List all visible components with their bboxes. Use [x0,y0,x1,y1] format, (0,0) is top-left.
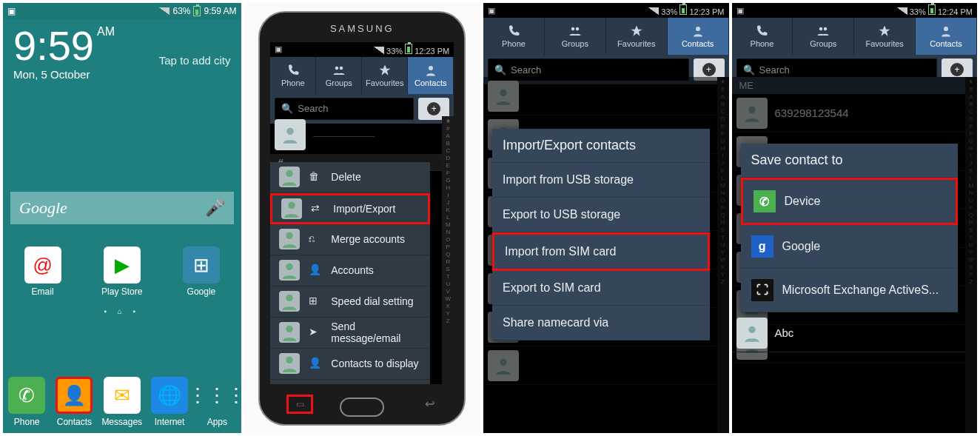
index-letter[interactable]: M [442,221,454,229]
menu-merge[interactable]: ⎌Merge accounts [270,224,430,255]
index-letter[interactable]: G [442,177,454,184]
index-letter[interactable]: S [442,266,454,273]
contacts-app[interactable]: 👤Contacts [53,377,95,427]
index-letter[interactable]: J [442,199,454,207]
save-device[interactable]: ✆Device [741,178,958,225]
index-letter[interactable]: T [442,273,454,281]
internet-app[interactable]: 🌐Internet [148,377,191,427]
index-letter[interactable]: H [442,184,454,192]
index-letter[interactable]: Y [442,310,454,318]
groups-tab[interactable]: Groups [545,18,606,55]
svg-point-6 [286,232,293,239]
groups-tab[interactable]: Groups [793,18,854,55]
search-placeholder: Search [759,64,790,76]
dialog-item-label: Export to SIM card [503,281,601,295]
favourites-tab[interactable]: Favourites [854,18,916,55]
account-type-icon: ✆ [754,190,776,212]
contacts-tab[interactable]: Contacts [408,57,454,94]
playstore-app-icon: ▶ [104,246,141,284]
share-namecard[interactable]: Share namecard via [492,306,709,341]
index-letter[interactable]: K [442,207,454,214]
tab-label: Groups [326,78,352,87]
index-letter[interactable]: R [442,258,454,266]
menu-accounts[interactable]: 👤Accounts [270,255,430,286]
menu-softkey[interactable]: ▭ [286,395,313,414]
favourites-tab[interactable]: Favourites [606,18,668,55]
svg-point-14 [696,27,700,31]
menu-send[interactable]: ➤Send message/email [270,318,430,349]
index-letter[interactable]: W [442,295,454,303]
index-letter[interactable]: ★ [442,118,454,125]
menu-contacts-display[interactable]: 👤Contacts to display [270,349,430,380]
index-letter[interactable]: P [442,244,454,251]
clock-date: Mon, 5 October [3,67,241,81]
contacts-tab[interactable]: Contacts [668,18,729,55]
contact-name: Abc [775,326,794,339]
index-letter[interactable]: N [442,229,454,236]
battery-pct: 63% [172,6,190,16]
save-google[interactable]: gGoogle [741,225,958,269]
back-softkey[interactable]: ↩ [425,397,434,411]
messages-app[interactable]: ✉Messages [101,377,144,427]
import-export-dialog-panel: ▣ 33% 12:23 PM PhoneGroupsFavouritesCont… [483,3,728,433]
app-label: Internet [148,417,191,427]
index-letter[interactable]: Q [442,251,454,258]
groups-tab[interactable]: Groups [316,57,362,94]
google-search-widget[interactable]: Google 🎤 [10,192,234,224]
menu-import-export[interactable]: ⇄Import/Export [270,193,430,224]
import-sim[interactable]: Import from SIM card [492,232,709,271]
contact-row[interactable]: Abc [732,314,965,352]
contact-row[interactable]: –––––––––– [270,116,442,155]
index-letter[interactable]: # [442,125,454,133]
phone-brand: SAMSUNG [260,23,464,34]
index-letter[interactable]: E [442,162,454,170]
index-letter[interactable]: Z [442,318,454,325]
index-letter[interactable]: B [442,140,454,147]
import-usb[interactable]: Import from USB storage [492,163,709,198]
index-letter[interactable]: A [442,133,454,140]
menu-delete[interactable]: 🗑Delete [270,162,430,193]
contacts-tab[interactable]: Contacts [916,18,977,55]
index-letter[interactable]: I [442,192,454,199]
phone-tab[interactable]: Phone [270,57,316,94]
apps-drawer[interactable]: ⋮⋮⋮Apps [195,377,238,427]
status-time: 12:24 PM [938,7,973,16]
index-letter[interactable]: V [442,288,454,295]
phone-tab[interactable]: Phone [483,18,545,55]
apps-drawer-icon: ⋮⋮⋮ [198,377,235,414]
tab-label: Groups [810,39,836,48]
save-exchange[interactable]: ⛶Microsoft Exchange ActiveS... [741,269,958,312]
mic-icon[interactable]: 🎤 [205,198,225,218]
index-letter[interactable]: D [442,155,454,162]
weather-add-city[interactable]: Tap to add city [159,54,231,67]
status-bar: ▣ 33% 12:24 PM [732,3,977,18]
index-letter[interactable]: C [442,147,454,155]
index-letter[interactable]: U [442,281,454,288]
menu-speed-dial[interactable]: ⊞Speed dial setting [270,286,430,318]
phone-app[interactable]: ✆Phone [5,377,48,427]
export-usb[interactable]: Export to USB storage [492,198,709,232]
email-app[interactable]: @Email [21,246,65,297]
favourites-tab[interactable]: Favourites [362,57,408,94]
index-letter[interactable]: O [442,236,454,244]
clock-time: 9:59 [13,22,94,69]
google-folder[interactable]: ⊞Google [179,246,224,297]
import-export-dialog: Import/Export contacts Import from USB s… [492,129,709,341]
index-letter[interactable]: F [442,170,454,177]
phone-tab[interactable]: Phone [732,18,793,55]
index-letter[interactable]: X [442,303,454,310]
tab-label: Contacts [682,39,714,48]
messages-app-icon: ✉ [104,377,141,414]
svg-point-9 [286,326,293,332]
alpha-index[interactable]: ★#ABCDEFGHIJKLMNOPQRSTUVWXYZ [442,116,454,384]
avatar [736,318,768,349]
playstore-app[interactable]: ▶Play Store [100,246,144,297]
export-sim[interactable]: Export to SIM card [492,271,709,306]
home-button[interactable] [340,398,384,417]
menu-settings[interactable]: ⚙Settings [270,380,430,384]
index-letter[interactable]: L [442,214,454,221]
app-label: Apps [195,417,238,427]
battery-pct: 33% [910,7,926,16]
google-folder-icon: ⊞ [183,246,220,284]
svg-point-13 [576,27,580,31]
